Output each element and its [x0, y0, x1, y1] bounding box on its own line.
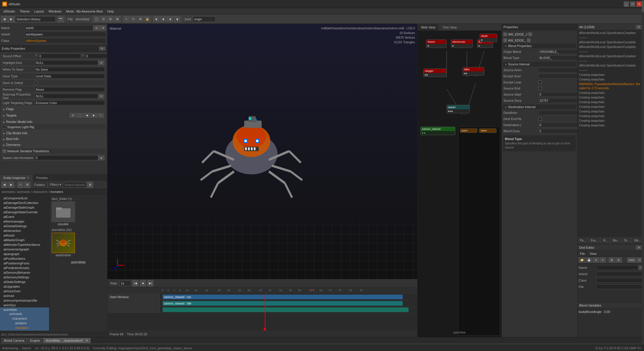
targets-next[interactable]: ▶ [91, 113, 97, 118]
preview-tab[interactable]: Preview [33, 175, 51, 181]
node-stagger[interactable]: stagger ▶▶ [423, 69, 447, 77]
track-3-content[interactable] [160, 307, 417, 313]
remove-flag-val[interactable] [35, 87, 105, 92]
tree-ai-sensory-behavior[interactable]: aiSensoryBehavior [0, 270, 49, 275]
ded-inherit-input[interactable] [596, 272, 644, 276]
camera-button[interactable]: 📷 [57, 16, 64, 22]
entity-props-close[interactable]: ✕ [99, 46, 105, 51]
blend-type-val[interactable] [538, 55, 577, 60]
tb-icon-1[interactable]: ▢ [93, 16, 100, 22]
targets-val1[interactable]: 0 [70, 113, 76, 118]
ded-tb-1[interactable]: 📁 [579, 257, 585, 263]
node-falter[interactable]: falter ▶▶ [463, 67, 484, 76]
animweb-crumb[interactable]: animweb [2, 190, 15, 194]
tree-animweb[interactable]: animWeb animweb characters ambient monst… [0, 307, 49, 331]
log-tab-pa[interactable]: Pa... [578, 237, 589, 244]
tree-ai-voice-over[interactable]: aiVoiceOver [0, 289, 49, 293]
log-tab-vi[interactable]: Vi... [600, 237, 610, 244]
tree-ai-interaction[interactable]: aiInteraction [0, 228, 49, 233]
log-tab-env[interactable]: Env... [589, 237, 601, 244]
targets-add[interactable]: + [98, 113, 104, 118]
ded-tb-4[interactable]: ✎ [600, 257, 606, 263]
search-assets-input[interactable] [63, 182, 86, 188]
edge-checkbox[interactable] [503, 39, 507, 42]
ded-tb-3[interactable]: ↺ [593, 257, 599, 263]
spawn-stat-increment[interactable]: ▲ [98, 155, 105, 160]
blend-dura-val[interactable] [538, 129, 577, 133]
sub-node-1[interactable]: state1 [460, 128, 477, 133]
nodes-viewport[interactable]: freeze ▶ electrocute ▶ fire ▶ death ▶ [418, 31, 501, 337]
automap-browse[interactable]: ⊡ [98, 94, 105, 99]
tb-mode-1[interactable]: ■ [153, 16, 159, 22]
source-interval-title[interactable]: Source Interval [503, 62, 576, 67]
engine-tab[interactable]: Engine [28, 338, 43, 343]
ded-view-menu[interactable]: View [589, 252, 598, 255]
automap-val[interactable] [35, 94, 98, 99]
tree-ai-sensory-settings[interactable]: aiSensorySettings [0, 275, 49, 280]
tb-icon-6[interactable]: ✎ [130, 16, 136, 22]
destination-val[interactable] [538, 123, 577, 127]
source-end-checkbox[interactable] [538, 87, 542, 90]
save-gated-checkbox[interactable] [35, 81, 38, 85]
tb-icon-3[interactable]: ⊟ [107, 16, 114, 22]
origin-blend-val[interactable] [538, 49, 577, 54]
animweb-tab[interactable]: AnimWeb: .../arachnotron* ✕ [43, 338, 91, 343]
bind-info-title[interactable]: Bind Info [1, 137, 106, 141]
ded-save-btn[interactable]: Save [627, 257, 636, 263]
world-camera-tab[interactable]: World Camera [1, 338, 27, 343]
source-start-val[interactable] [538, 92, 577, 97]
name-action-btn[interactable]: ⊙ [93, 25, 100, 31]
animweb2-crumb[interactable]: animweb [17, 190, 30, 194]
inherit-input[interactable] [24, 32, 106, 37]
save-type-val[interactable] [35, 74, 105, 78]
highlight-input[interactable] [35, 60, 98, 65]
tree-ai-movement-graph[interactable]: aimovementgraph [0, 247, 49, 252]
y-input[interactable] [85, 54, 107, 58]
edge-j-checkbox[interactable] [503, 33, 507, 36]
tree-anim-compression[interactable]: animcompressionprofile [0, 298, 49, 303]
viewport[interactable]: Material md6def/characters/monsters/arac… [107, 24, 417, 279]
ded-file-input[interactable] [596, 284, 644, 289]
props-scrollbar[interactable] [642, 0, 644, 351]
menu-windows[interactable]: Windows [46, 9, 64, 14]
web-view-tab[interactable]: Web View [418, 24, 439, 31]
node-electrocute[interactable]: electrocute ▶ [451, 40, 473, 48]
tree-ai-static-settings[interactable]: aiStaticSettings [0, 280, 49, 284]
tree-ai-upgrades[interactable]: aiUpgrades [0, 284, 49, 289]
tb-mode-3[interactable]: ■ [167, 16, 173, 22]
tree-ai-fsimmanager[interactable]: aifsimmanager [0, 219, 49, 224]
ded-tb-5[interactable]: ⊞ [609, 257, 615, 263]
network-checkbox[interactable] [3, 149, 6, 153]
minimize-button[interactable]: _ [624, 1, 629, 7]
targets-prev[interactable]: ◀ [84, 113, 90, 118]
tree-ai-damage-state-override[interactable]: aiDamageStateOverride [0, 210, 49, 214]
ded-file-menu[interactable]: File [579, 252, 586, 255]
targets-minus[interactable]: - [77, 113, 83, 118]
flags-title[interactable]: Flags [1, 107, 106, 111]
tb-mode-4[interactable]: ■ [174, 16, 180, 22]
tb-icon-2[interactable]: ⊡ [100, 16, 107, 22]
tree-ai-prediction[interactable]: aiPredictionKnobs [0, 266, 49, 270]
tree-animod[interactable]: animod [0, 293, 49, 298]
menu-layout[interactable]: Layout [32, 9, 46, 14]
ded-class-input[interactable] [596, 278, 644, 283]
props-scroll-thumb[interactable] [642, 1, 644, 12]
tree-ai-positioning[interactable]: aiPositioningFsms [0, 261, 49, 266]
asset-view-toggle[interactable]: ⊞ [87, 182, 93, 188]
rate-input[interactable] [119, 280, 131, 286]
menu-mods[interactable]: Mods : My Awesome Mod [64, 9, 105, 14]
ded-close[interactable]: ✕ [636, 246, 642, 250]
log-tab-st[interactable]: St... [622, 237, 632, 244]
tree-ai-pool-numbers[interactable]: aiPoolNumbers [0, 256, 49, 261]
dest-end-checkbox[interactable] [538, 117, 542, 121]
suppress-light-checkbox[interactable] [3, 125, 6, 129]
tree-ambient[interactable]: ambient [3, 321, 48, 325]
dest-interval-title[interactable]: Destination Interval [503, 105, 576, 109]
tree-ai-master-graph[interactable]: aiMasterGraph [0, 238, 49, 242]
dest-anim-val[interactable] [538, 110, 577, 115]
edge-check2[interactable] [527, 39, 530, 42]
nav-back-button[interactable]: ◀ [1, 16, 8, 22]
arachnotron-thumb[interactable]: arachnotron [52, 233, 75, 257]
dormancy-title[interactable]: Dormancy [1, 142, 106, 147]
entity-inspector-tab[interactable]: Entity Inspector ✕ [0, 175, 33, 181]
